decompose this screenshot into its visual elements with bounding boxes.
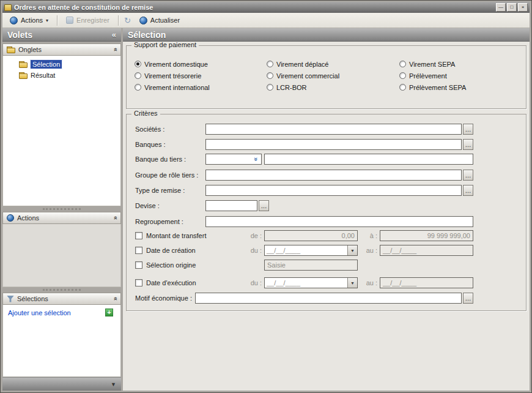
tree-item-label[interactable]: Résultat <box>31 72 55 79</box>
radio-icon[interactable] <box>399 84 406 91</box>
date-execution-to-field[interactable]: __/__/____ <box>380 277 473 288</box>
selection-origine-checkbox[interactable] <box>135 261 142 269</box>
chevron-up-icon[interactable]: » <box>111 216 119 220</box>
date-execution-label: Date d'exécution <box>146 277 196 288</box>
motif-input[interactable] <box>195 293 462 304</box>
radio-icon[interactable] <box>267 72 273 79</box>
motif-browse-button[interactable]: … <box>463 293 473 304</box>
banques-browse-button[interactable]: … <box>463 139 473 150</box>
selection-origine-row: Sélection origine Saisie <box>126 260 526 271</box>
montant-max-field[interactable]: 99 999 999,00 <box>380 230 473 241</box>
radio-icon[interactable] <box>399 61 406 67</box>
date-execution-du-label: du : <box>236 277 262 288</box>
groupe-role-row: Groupe de rôle tiers : … <box>126 170 526 181</box>
main-title: Sélection <box>128 30 166 40</box>
date-execution-from-select[interactable]: __/__/____ ▼ <box>264 277 358 288</box>
chevron-up-icon[interactable]: » <box>111 48 119 51</box>
societes-row: Sociétés : … <box>126 124 526 135</box>
groupe-role-browse-button[interactable]: … <box>463 170 473 181</box>
radio-virement-domestique[interactable]: Virement domestique <box>135 58 267 70</box>
splitter-handle[interactable] <box>2 287 121 293</box>
date-creation-label: Date de création <box>146 245 196 256</box>
societes-browse-button[interactable]: … <box>463 124 473 135</box>
devise-input[interactable] <box>205 200 257 211</box>
date-creation-au-label: au : <box>357 245 377 256</box>
refresh-icon[interactable]: ↻ <box>122 16 133 25</box>
collapse-sidebar-icon[interactable]: « <box>112 30 116 39</box>
toolbar-separator <box>118 15 119 26</box>
devise-label: Devise : <box>135 200 160 211</box>
radio-icon[interactable] <box>399 72 406 79</box>
selections-title: Sélections <box>17 295 48 302</box>
minimize-button[interactable]: — <box>496 3 506 12</box>
radio-prelevement[interactable]: Prélèvement <box>399 70 521 81</box>
date-creation-from-select[interactable]: __/__/____ ▼ <box>264 245 358 256</box>
radio-lcr-bor[interactable]: LCR-BOR <box>267 81 399 93</box>
devise-browse-button[interactable]: … <box>259 200 269 211</box>
radio-virement-deplace[interactable]: Virement déplacé <box>267 58 399 70</box>
selections-section-header[interactable]: Sélections » <box>2 293 121 305</box>
maximize-button[interactable]: □ <box>507 3 517 12</box>
radio-virement-international[interactable]: Virement international <box>135 81 267 93</box>
date-execution-au-label: au : <box>357 277 377 288</box>
tree-item-selection[interactable]: Sélection <box>3 59 120 70</box>
selection-origine-field[interactable]: Saisie <box>264 260 358 271</box>
actions-title: Actions <box>17 214 39 222</box>
app-window: Ordres en attente de constitution de rem… <box>0 0 532 393</box>
regroupement-input[interactable] <box>205 216 473 227</box>
dropdown-arrow-icon[interactable]: ▼ <box>347 278 357 288</box>
type-remise-input[interactable] <box>205 185 462 196</box>
radio-virement-tresorerie[interactable]: Virement trésorerie <box>135 70 267 81</box>
chevron-up-icon[interactable]: » <box>111 297 119 301</box>
groupe-role-input[interactable] <box>205 170 462 181</box>
banque-tiers-input[interactable] <box>264 154 473 165</box>
motif-row: Motif économique : … <box>126 293 526 304</box>
title-bar: Ordres en attente de constitution de rem… <box>2 2 530 13</box>
radio-icon[interactable] <box>135 61 141 67</box>
add-selection-link[interactable]: Ajouter une sélection <box>8 309 71 316</box>
save-button[interactable]: Enregistrer <box>61 15 114 26</box>
radio-icon[interactable] <box>267 61 273 67</box>
sidebar: Volets « Onglets » Sélection Résultat <box>2 28 121 391</box>
date-execution-checkbox[interactable] <box>135 279 142 286</box>
folder-icon <box>7 47 15 53</box>
date-creation-checkbox[interactable] <box>135 247 142 254</box>
banque-tiers-select[interactable]: » <box>205 154 262 165</box>
footer-dropdown-icon[interactable]: ▼ <box>111 381 116 387</box>
radio-icon[interactable] <box>135 72 141 79</box>
date-creation-to-field[interactable]: __/__/____ <box>380 245 473 256</box>
splitter-handle[interactable] <box>2 206 121 212</box>
actions-panel-icon <box>7 214 14 222</box>
montant-checkbox[interactable] <box>135 232 142 239</box>
radio-virement-sepa[interactable]: Virement SEPA <box>399 58 521 70</box>
onglets-title: Onglets <box>18 46 42 53</box>
banque-tiers-label: Banque du tiers : <box>135 154 186 165</box>
close-button[interactable]: × <box>518 3 528 12</box>
filter-icon <box>7 296 14 302</box>
devise-row: Devise : … <box>126 200 526 212</box>
actions-section-header[interactable]: Actions » <box>2 212 121 224</box>
montant-a-label: à : <box>357 230 377 241</box>
regroupement-label: Regroupement : <box>135 216 183 227</box>
tree-item-label[interactable]: Sélection <box>31 60 62 69</box>
type-remise-label: Type de remise : <box>135 185 185 196</box>
dropdown-arrow-icon[interactable]: ▼ <box>347 245 357 255</box>
radio-prelevement-sepa[interactable]: Prélèvement SEPA <box>399 81 521 93</box>
onglets-tree: Sélection Résultat <box>2 56 121 206</box>
type-remise-browse-button[interactable]: … <box>463 185 473 196</box>
radio-icon[interactable] <box>267 84 273 91</box>
refresh-button[interactable]: Actualiser <box>135 15 185 26</box>
montant-min-field[interactable]: 0,00 <box>264 230 358 241</box>
selection-form: Support de paiement Virement domestique … <box>123 42 530 391</box>
combo-chevron-icon[interactable]: » <box>251 154 261 164</box>
radio-virement-commercial[interactable]: Virement commercial <box>267 70 399 81</box>
tree-item-resultat[interactable]: Résultat <box>3 70 120 81</box>
date-creation-du-label: du : <box>236 245 262 256</box>
actions-button[interactable]: Actions ▾ <box>5 15 53 26</box>
add-selection-button[interactable]: + <box>105 309 113 316</box>
societes-input[interactable] <box>205 124 462 135</box>
montant-label: Montant de transfert <box>146 230 206 241</box>
banques-input[interactable] <box>205 139 462 150</box>
onglets-section-header[interactable]: Onglets » <box>2 43 121 56</box>
radio-icon[interactable] <box>135 84 141 91</box>
